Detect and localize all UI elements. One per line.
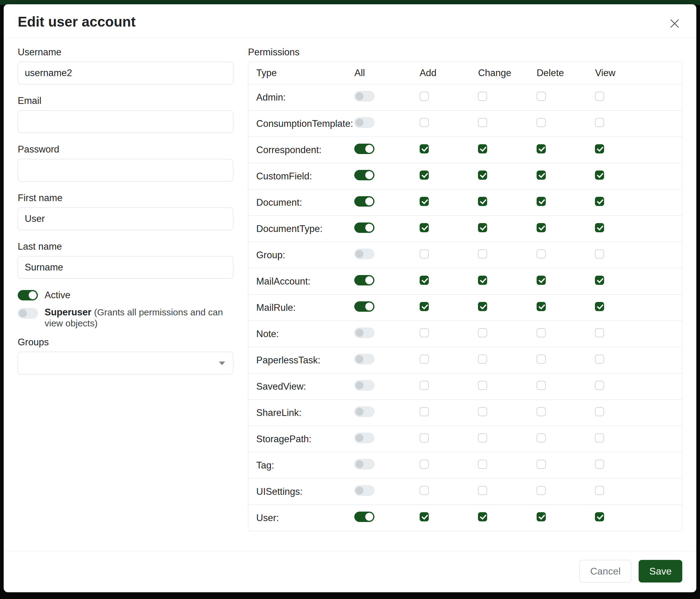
permission-add-checkbox[interactable] — [420, 92, 429, 101]
permission-view-checkbox[interactable] — [595, 170, 604, 180]
permission-view-checkbox[interactable] — [595, 197, 604, 206]
permission-all-toggle[interactable] — [354, 170, 374, 180]
permission-view-checkbox[interactable] — [595, 381, 604, 390]
permission-view-checkbox[interactable] — [595, 486, 604, 495]
permission-all-toggle[interactable] — [354, 406, 374, 417]
permission-delete-checkbox[interactable] — [536, 170, 546, 180]
permission-view-checkbox[interactable] — [595, 328, 604, 337]
permission-delete-checkbox[interactable] — [536, 460, 546, 469]
active-toggle[interactable] — [18, 290, 38, 301]
permission-all-toggle[interactable] — [354, 222, 374, 233]
permission-view-checkbox[interactable] — [595, 355, 604, 364]
permission-view-checkbox[interactable] — [595, 460, 604, 469]
permission-all-toggle[interactable] — [354, 301, 374, 312]
permission-all-toggle[interactable] — [354, 354, 374, 364]
permission-add-checkbox[interactable] — [420, 197, 429, 206]
permission-add-checkbox[interactable] — [420, 302, 429, 311]
permission-delete-checkbox[interactable] — [536, 512, 546, 521]
permission-add-checkbox[interactable] — [420, 512, 429, 521]
permission-view-checkbox[interactable] — [595, 433, 604, 442]
close-button[interactable] — [668, 14, 682, 30]
permission-delete-checkbox[interactable] — [536, 223, 546, 232]
permission-change-checkbox[interactable] — [478, 118, 487, 127]
email-input[interactable] — [18, 110, 233, 133]
permission-add-checkbox[interactable] — [420, 460, 429, 469]
last-name-group: Last name — [18, 241, 233, 279]
permission-change-checkbox[interactable] — [478, 223, 487, 232]
permission-change-checkbox[interactable] — [478, 302, 487, 311]
permission-all-toggle[interactable] — [354, 144, 374, 154]
permission-all-toggle[interactable] — [354, 249, 374, 259]
username-input[interactable] — [18, 62, 233, 85]
permission-add-checkbox[interactable] — [420, 355, 429, 364]
permission-view-checkbox[interactable] — [595, 249, 604, 259]
permission-add-checkbox[interactable] — [420, 328, 429, 337]
permission-change-checkbox[interactable] — [478, 512, 487, 521]
groups-select[interactable] — [18, 352, 233, 375]
permission-change-checkbox[interactable] — [478, 249, 487, 259]
superuser-toggle[interactable] — [18, 308, 38, 318]
permission-delete-checkbox[interactable] — [536, 249, 546, 259]
permission-view-checkbox[interactable] — [595, 144, 604, 153]
permission-all-toggle[interactable] — [354, 196, 374, 207]
permission-change-checkbox[interactable] — [478, 197, 487, 206]
first-name-input[interactable] — [18, 208, 233, 230]
permission-change-checkbox[interactable] — [478, 460, 487, 469]
permission-change-checkbox[interactable] — [478, 486, 487, 495]
permission-delete-checkbox[interactable] — [536, 486, 546, 495]
permission-view-checkbox[interactable] — [595, 275, 604, 285]
permission-delete-checkbox[interactable] — [536, 92, 546, 101]
permission-add-checkbox[interactable] — [420, 144, 429, 153]
permission-change-checkbox[interactable] — [478, 407, 487, 416]
permission-all-toggle[interactable] — [354, 91, 374, 101]
permission-change-checkbox[interactable] — [478, 92, 487, 101]
permission-add-checkbox[interactable] — [420, 275, 429, 285]
permission-delete-checkbox[interactable] — [536, 197, 546, 206]
permission-view-checkbox[interactable] — [595, 302, 604, 311]
permission-view-checkbox[interactable] — [595, 407, 604, 416]
permission-all-toggle[interactable] — [354, 459, 374, 470]
permission-change-checkbox[interactable] — [478, 381, 487, 390]
permission-all-toggle[interactable] — [354, 511, 374, 522]
permission-delete-checkbox[interactable] — [536, 118, 546, 127]
permission-delete-checkbox[interactable] — [536, 355, 546, 364]
permission-add-checkbox[interactable] — [420, 407, 429, 416]
permission-type-label: Document: — [256, 197, 354, 208]
permission-all-toggle[interactable] — [354, 275, 374, 285]
permission-change-checkbox[interactable] — [478, 275, 487, 285]
permission-add-checkbox[interactable] — [420, 223, 429, 232]
cancel-button[interactable]: Cancel — [579, 560, 631, 582]
permission-add-checkbox[interactable] — [420, 381, 429, 390]
permission-delete-checkbox[interactable] — [536, 433, 546, 442]
permission-add-checkbox[interactable] — [420, 433, 429, 442]
permission-add-checkbox[interactable] — [420, 170, 429, 180]
permission-change-checkbox[interactable] — [478, 433, 487, 442]
permission-change-checkbox[interactable] — [478, 170, 487, 180]
permission-delete-checkbox[interactable] — [536, 275, 546, 285]
permission-all-toggle[interactable] — [354, 433, 374, 443]
permission-add-checkbox[interactable] — [420, 249, 429, 259]
permission-view-checkbox[interactable] — [595, 512, 604, 521]
permission-add-checkbox[interactable] — [420, 118, 429, 127]
last-name-input[interactable] — [18, 256, 233, 279]
permission-delete-checkbox[interactable] — [536, 407, 546, 416]
permission-change-checkbox[interactable] — [478, 355, 487, 364]
save-button[interactable]: Save — [639, 560, 682, 582]
permission-delete-checkbox[interactable] — [536, 302, 546, 311]
permission-view-checkbox[interactable] — [595, 223, 604, 232]
password-input[interactable] — [18, 159, 233, 182]
permission-all-toggle[interactable] — [354, 485, 374, 496]
permission-change-checkbox[interactable] — [478, 328, 487, 337]
permission-view-checkbox[interactable] — [595, 92, 604, 101]
permissions-label: Permissions — [248, 47, 682, 58]
permission-all-toggle[interactable] — [354, 380, 374, 390]
permission-add-checkbox[interactable] — [420, 486, 429, 495]
permission-all-toggle[interactable] — [354, 117, 374, 128]
permission-change-checkbox[interactable] — [478, 144, 487, 153]
permission-delete-checkbox[interactable] — [536, 381, 546, 390]
permission-view-checkbox[interactable] — [595, 118, 604, 127]
permission-all-toggle[interactable] — [354, 328, 374, 338]
column-header-delete: Delete — [536, 68, 595, 78]
permission-delete-checkbox[interactable] — [536, 328, 546, 337]
permission-delete-checkbox[interactable] — [536, 144, 546, 153]
